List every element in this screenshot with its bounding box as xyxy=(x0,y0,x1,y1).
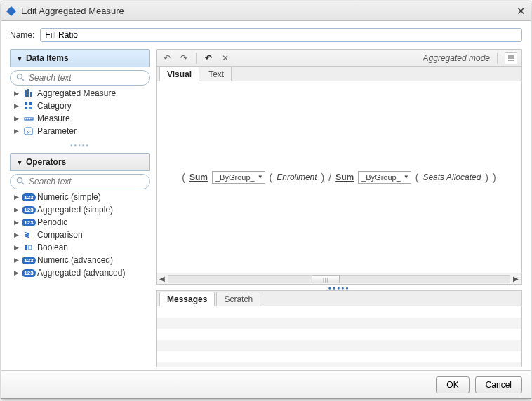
function-sum[interactable]: Sum xyxy=(189,172,208,182)
scope-select-2[interactable]: _ByGroup_ ▼ xyxy=(358,171,411,184)
scroll-right-button[interactable]: ▶ xyxy=(510,275,521,283)
operators-tree: ▶ 123 Numeric (simple) ▶ 123 Aggregated … xyxy=(10,191,150,279)
revert-button[interactable]: ↶ xyxy=(202,52,215,64)
divide-op: / xyxy=(328,172,331,183)
tab-text[interactable]: Text xyxy=(201,67,232,81)
horizontal-splitter[interactable]: ●●●●● xyxy=(10,143,150,147)
tree-item-boolean[interactable]: ▶ Boolean xyxy=(10,241,150,254)
numeric-icon: 123 xyxy=(22,219,35,226)
svg-rect-3 xyxy=(25,90,27,97)
variable-enrollment[interactable]: Enrollment xyxy=(277,172,317,182)
caret-down-icon: ▼ xyxy=(16,55,23,62)
scope-select-1[interactable]: _ByGroup_ ▼ xyxy=(212,171,265,184)
svg-point-1 xyxy=(18,74,22,79)
tree-item-label: Aggregated (advanced) xyxy=(37,268,125,278)
expand-icon[interactable]: ▶ xyxy=(14,257,21,264)
tree-item-parameter[interactable]: ▶ x Parameter xyxy=(10,125,150,137)
dialog-window: Edit Aggregated Measure ✕ Name: ▼ Data I… xyxy=(1,1,531,399)
tree-item-label: Category xyxy=(37,101,72,111)
svg-rect-6 xyxy=(25,102,27,105)
name-input[interactable] xyxy=(40,28,522,42)
svg-text:≷: ≷ xyxy=(24,231,29,238)
svg-rect-8 xyxy=(25,107,27,109)
mode-label: Aggregated mode xyxy=(423,53,490,63)
left-column: ▼ Data Items ▶ xyxy=(10,49,150,367)
expand-icon[interactable]: ▶ xyxy=(14,231,21,238)
expand-icon[interactable]: ▶ xyxy=(14,219,21,226)
numeric-icon: 123 xyxy=(22,206,35,214)
tree-item-numeric-advanced[interactable]: ▶ 123 Numeric (advanced) xyxy=(10,254,150,266)
expand-icon[interactable]: ▶ xyxy=(14,244,21,251)
tree-item-category[interactable]: ▶ Category xyxy=(10,100,150,112)
operators-search-input[interactable] xyxy=(29,177,144,186)
expand-icon[interactable]: ▶ xyxy=(14,193,21,200)
variable-seats-allocated[interactable]: Seats Allocated xyxy=(423,172,481,182)
separator xyxy=(497,53,498,64)
close-icon[interactable]: ✕ xyxy=(515,6,526,17)
scroll-thumb[interactable] xyxy=(312,275,340,283)
operators-header[interactable]: ▼ Operators xyxy=(10,153,150,171)
messages-panel: Messages Scratch xyxy=(156,290,522,367)
svg-rect-19 xyxy=(25,245,27,250)
clear-button[interactable]: ✕ xyxy=(219,52,232,64)
data-items-search-box[interactable] xyxy=(10,70,150,86)
caret-down-icon: ▼ xyxy=(16,158,23,166)
tree-item-numeric-simple[interactable]: ▶ 123 Numeric (simple) xyxy=(10,191,150,203)
aggregate-icon xyxy=(22,89,35,97)
parameter-icon: x xyxy=(22,127,35,135)
svg-rect-7 xyxy=(29,102,32,105)
data-items-search xyxy=(10,70,150,86)
scroll-track[interactable] xyxy=(168,275,510,283)
tree-item-label: Measure xyxy=(37,114,70,123)
operators-heading: Operators xyxy=(26,157,66,167)
tree-item-comparison[interactable]: ▶ ≷ Comparison xyxy=(10,229,150,241)
toolbar-right: Aggregated mode xyxy=(423,52,517,64)
open-paren: ( xyxy=(270,172,273,183)
canvas-splitter[interactable]: ●●●●● xyxy=(156,285,522,290)
data-items-heading: Data Items xyxy=(26,53,69,63)
expand-icon[interactable]: ▶ xyxy=(14,90,21,97)
dialog-title: Edit Aggregated Measure xyxy=(21,6,124,16)
titlebar: Edit Aggregated Measure ✕ xyxy=(1,1,531,21)
tree-item-aggregated-advanced[interactable]: ▶ 123 Aggregated (advanced) xyxy=(10,266,150,279)
dropdown-icon: ▼ xyxy=(258,174,263,180)
data-items-search-input[interactable] xyxy=(29,73,144,83)
expand-icon[interactable]: ▶ xyxy=(14,128,21,135)
toolbar-menu-button[interactable] xyxy=(505,52,517,64)
svg-marker-0 xyxy=(6,6,16,16)
svg-point-16 xyxy=(18,178,22,183)
tree-item-aggregated-measure[interactable]: ▶ Aggregated Measure xyxy=(10,87,150,100)
horizontal-scrollbar[interactable]: ◀ ▶ xyxy=(157,273,521,284)
tab-visual[interactable]: Visual xyxy=(159,67,199,81)
dropdown-icon: ▼ xyxy=(404,174,409,180)
operators-search-box[interactable] xyxy=(10,174,150,189)
expand-icon[interactable]: ▶ xyxy=(14,102,21,109)
separator xyxy=(196,53,197,64)
cancel-button[interactable]: Cancel xyxy=(475,376,522,393)
tree-item-periodic[interactable]: ▶ 123 Periodic xyxy=(10,216,150,229)
tree-item-label: Comparison xyxy=(37,230,83,240)
scope-value: _ByGroup_ xyxy=(361,173,401,182)
tree-item-aggregated-simple[interactable]: ▶ 123 Aggregated (simple) xyxy=(10,203,150,216)
tab-messages[interactable]: Messages xyxy=(159,292,215,306)
tree-item-measure[interactable]: ▶ Measure xyxy=(10,112,150,125)
expand-icon[interactable]: ▶ xyxy=(14,206,21,213)
expand-icon[interactable]: ▶ xyxy=(14,115,21,122)
expression-area[interactable]: ( Sum _ByGroup_ ▼ ( Enrollment ) / Sum _… xyxy=(157,81,521,273)
name-label: Name: xyxy=(10,30,34,40)
ok-button[interactable]: OK xyxy=(436,376,469,393)
open-paren: ( xyxy=(415,172,419,183)
name-row: Name: xyxy=(1,21,531,46)
expand-icon[interactable]: ▶ xyxy=(14,269,21,276)
scroll-left-button[interactable]: ◀ xyxy=(157,275,168,283)
tab-scratch[interactable]: Scratch xyxy=(216,292,260,306)
redo-button[interactable]: ↷ xyxy=(178,52,190,64)
dialog-footer: OK Cancel xyxy=(1,370,531,398)
expression: ( Sum _ByGroup_ ▼ ( Enrollment ) / Sum _… xyxy=(182,171,496,184)
undo-button[interactable]: ↶ xyxy=(161,52,173,64)
function-sum[interactable]: Sum xyxy=(335,172,354,182)
data-items-header[interactable]: ▼ Data Items xyxy=(10,49,150,67)
search-icon xyxy=(16,177,26,186)
compare-icon: ≷ xyxy=(22,231,35,239)
close-paren: ) xyxy=(493,172,496,183)
